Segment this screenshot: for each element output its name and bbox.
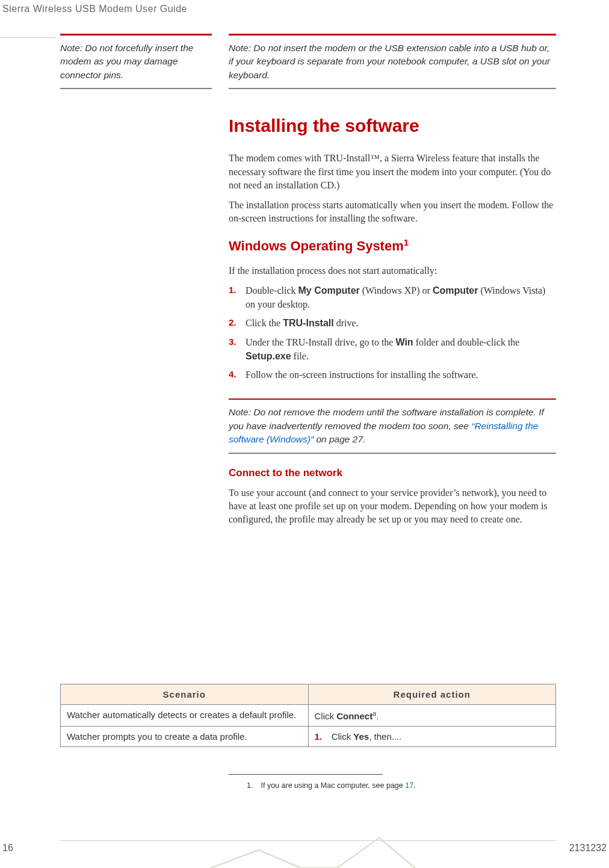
footnote-rule [229,774,383,775]
text: Under the TRU-Install drive, go to the [246,337,395,347]
cell-scenario: Watcher prompts you to create a data pro… [61,727,309,747]
h2-text: Windows Operating System [229,239,404,254]
page-link[interactable]: 17 [405,781,413,790]
list-item: 1. Double-click My Computer (Windows XP)… [246,284,556,311]
bold: Connect [336,711,373,721]
footnote-number: 1. [247,781,259,790]
footnote-text: If you are using a Mac computer, see pag… [261,781,405,790]
bold: Computer [433,285,478,296]
item-number: 2. [229,316,236,329]
column-header: Required action [308,684,556,705]
side-column: Note: Do not forcefully insert the modem… [60,34,212,533]
list-item: 4. Follow the on-screen instructions for… [246,368,556,382]
table-row: Watcher automatically detects or creates… [61,705,556,727]
bold: My Computer [298,285,360,296]
page-content: Note: Do not forcefully insert the modem… [60,34,556,533]
h2-superscript: 1 [404,237,409,247]
table: Scenario Required action Watcher automat… [60,684,556,747]
note-bottom-rule [229,88,556,89]
page-number: 16 [2,843,13,854]
footnote: 1. If you are using a Mac computer, see … [247,781,416,790]
text: , then.... [369,731,401,742]
list-item: 3. Under the TRU-Install drive, go to th… [246,335,556,363]
heading-1: Installing the software [229,116,556,136]
bold: Setup.exe [246,351,291,361]
heading-2: Windows Operating System1 [229,237,556,254]
numbered-list: 1. Double-click My Computer (Windows XP)… [229,284,556,382]
text: Click the [246,318,283,328]
item-number: 3. [229,335,236,349]
main-note-top: Note: Do not insert the modem or the USB… [229,42,556,82]
item-number: 1. [229,284,236,297]
item-number: 4. [229,368,236,381]
document-number: 2131232 [569,843,607,854]
text: Click [315,711,337,721]
main-column: Note: Do not insert the modem or the USB… [229,34,556,533]
paragraph: To use your account (and connect to your… [229,486,556,527]
text: (Windows XP) or [360,285,433,296]
main-note-mid: Note: Do not remove the modem until the … [229,406,556,446]
note-text: on page 27. [314,434,365,444]
note-bottom-rule [229,453,556,454]
scenario-table: Scenario Required action Watcher automat… [60,684,556,747]
text: folder and double-click the [413,337,520,347]
note-top-rule [229,34,556,36]
paragraph: The installation process starts automati… [229,199,556,226]
text: file. [291,351,309,361]
table-header-row: Scenario Required action [61,684,556,705]
paragraph: If the installation process does not sta… [229,264,556,277]
note-bottom-rule [60,88,212,89]
bold: Win [395,337,413,347]
item-number: 1. [315,731,329,742]
paragraph: The modem comes with TRU-Install™, a Sie… [229,152,556,192]
watermark-graphic [0,832,609,868]
footer-rule [60,840,556,841]
table-row: Watcher prompts you to create a data pro… [61,727,556,747]
text: Double-click [246,285,298,296]
text: Click [332,731,354,742]
note-top-rule [60,34,212,36]
running-header: Sierra Wireless USB Modem User Guide [2,4,187,14]
text: drive. [334,318,359,328]
side-note: Note: Do not forcefully insert the modem… [60,42,212,82]
bold: TRU-Install [283,318,333,328]
list-item: 2. Click the TRU-Install drive. [246,316,556,330]
text: . [376,711,379,721]
footnote-text: . [413,781,415,790]
text: Follow the on-screen instructions for in… [246,370,478,380]
columns: Note: Do not forcefully insert the modem… [60,34,556,533]
cell-action: 1. Click Yes, then.... [308,727,556,747]
cell-scenario: Watcher automatically detects or creates… [61,705,309,727]
bold: Yes [353,731,369,742]
heading-3: Connect to the network [229,467,556,479]
column-header: Scenario [61,684,309,705]
cell-action: Click Connecta. [308,705,556,727]
note-top-rule [229,398,556,400]
header-rule [0,37,55,38]
